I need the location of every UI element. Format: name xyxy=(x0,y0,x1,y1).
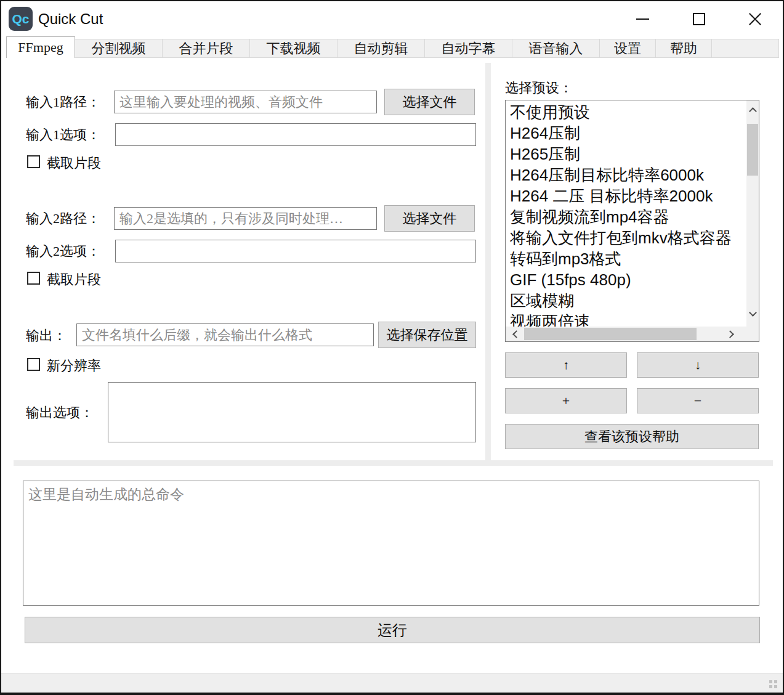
input1-path-label: 输入1路径： xyxy=(26,93,100,112)
window-title: Quick Cut xyxy=(38,1,103,36)
clip1-checkbox-label[interactable]: 截取片段 xyxy=(47,154,101,173)
choose-file2-button[interactable]: 选择文件 xyxy=(384,205,475,232)
input2-options-label: 输入2选项： xyxy=(26,242,100,261)
preset-remove-button[interactable]: − xyxy=(637,388,759,413)
minimize-button[interactable] xyxy=(615,1,671,36)
close-button[interactable] xyxy=(727,1,783,36)
input1-options-label: 输入1选项： xyxy=(26,126,100,144)
scroll-down-button[interactable] xyxy=(746,304,759,323)
preset-item[interactable]: 区域模糊 xyxy=(510,290,746,311)
preset-listbox: 不使用预设 H264压制 H265压制 H264压制目标比特率6000k H26… xyxy=(505,100,759,342)
tab-auto-edit[interactable]: 自动剪辑 xyxy=(337,39,425,58)
preset-item[interactable]: 将输入文件打包到mkv格式容器 xyxy=(510,227,746,248)
maximize-button[interactable] xyxy=(671,1,727,36)
horizontal-scrollbar-thumb[interactable] xyxy=(524,328,697,340)
tab-voice-input[interactable]: 语音输入 xyxy=(512,39,600,58)
preset-item[interactable]: 视频两倍速 xyxy=(510,311,746,327)
tab-bar-filler xyxy=(711,39,779,58)
preset-item[interactable]: 复制视频流到mp4容器 xyxy=(510,206,746,227)
chevron-right-icon xyxy=(726,330,734,338)
tab-merge-clips[interactable]: 合并片段 xyxy=(162,39,250,58)
chevron-down-icon xyxy=(749,309,757,317)
tab-help[interactable]: 帮助 xyxy=(655,39,712,58)
output-options-field[interactable] xyxy=(108,382,476,442)
scroll-left-button[interactable] xyxy=(506,327,524,341)
preset-item[interactable]: H264 二压 目标比特率2000k xyxy=(510,185,746,206)
preset-help-button[interactable]: 查看该预设帮助 xyxy=(505,424,759,449)
output-label: 输出： xyxy=(26,327,67,345)
preset-item[interactable]: GIF (15fps 480p) xyxy=(510,269,746,290)
tab-settings[interactable]: 设置 xyxy=(599,39,656,58)
preset-list-label: 选择预设： xyxy=(505,79,573,97)
preset-move-down-button[interactable]: ↓ xyxy=(637,352,759,378)
app-icon: Qc xyxy=(9,7,33,31)
close-icon xyxy=(748,12,762,26)
preset-items: 不使用预设 H264压制 H265压制 H264压制目标比特率6000k H26… xyxy=(506,100,746,327)
title-bar: Qc Quick Cut xyxy=(1,1,783,36)
app-window: Qc Quick Cut FFmpeg 分割视频 合并片段 下载视频 自动剪辑 … xyxy=(0,0,784,695)
minimize-icon xyxy=(636,18,649,20)
clip2-checkbox-label[interactable]: 截取片段 xyxy=(47,270,101,289)
input2-path-label: 输入2路径： xyxy=(26,209,100,228)
preset-item[interactable]: 转码到mp3格式 xyxy=(510,248,746,269)
generated-command-field[interactable] xyxy=(23,481,759,606)
choose-file1-button[interactable]: 选择文件 xyxy=(384,89,475,115)
clip1-checkbox[interactable] xyxy=(27,155,40,168)
new-resolution-checkbox-label[interactable]: 新分辨率 xyxy=(47,357,101,375)
chevron-up-icon xyxy=(749,107,757,115)
vertical-scrollbar-thumb[interactable] xyxy=(747,124,758,176)
input1-options-field[interactable] xyxy=(115,123,476,146)
output-options-label: 输出选项： xyxy=(26,404,94,422)
input2-path-field[interactable] xyxy=(114,207,377,230)
input1-path-field[interactable] xyxy=(114,91,377,113)
tab-split-video[interactable]: 分割视频 xyxy=(75,39,163,58)
input2-options-field[interactable] xyxy=(115,240,476,262)
window-controls xyxy=(615,1,783,36)
preset-item[interactable]: H264压制 xyxy=(510,123,746,144)
tab-bar: FFmpeg 分割视频 合并片段 下载视频 自动剪辑 自动字幕 语音输入 设置 … xyxy=(6,36,779,58)
preset-item[interactable]: 不使用预设 xyxy=(510,102,746,123)
clip2-checkbox[interactable] xyxy=(27,272,40,285)
chevron-left-icon xyxy=(512,330,520,338)
choose-save-location-button[interactable]: 选择保存位置 xyxy=(378,322,476,348)
maximize-icon xyxy=(693,13,705,25)
preset-add-button[interactable]: + xyxy=(505,388,627,413)
horizontal-scrollbar[interactable] xyxy=(506,327,759,341)
tab-auto-subtitle[interactable]: 自动字幕 xyxy=(424,39,512,58)
status-bar xyxy=(1,673,783,693)
run-button[interactable]: 运行 xyxy=(25,617,760,643)
scroll-up-button[interactable] xyxy=(746,100,759,119)
tab-download-video[interactable]: 下载视频 xyxy=(249,39,337,58)
new-resolution-checkbox[interactable] xyxy=(27,358,40,371)
scroll-right-button[interactable] xyxy=(722,327,740,341)
tab-ffmpeg[interactable]: FFmpeg xyxy=(6,36,75,58)
panel-vertical-separator xyxy=(485,63,491,460)
panel-horizontal-separator xyxy=(14,460,773,466)
preset-move-up-button[interactable]: ↑ xyxy=(505,352,627,378)
preset-item[interactable]: H264压制目标比特率6000k xyxy=(510,165,746,185)
preset-item[interactable]: H265压制 xyxy=(510,144,746,165)
output-field[interactable] xyxy=(76,323,374,346)
resize-grip-icon[interactable] xyxy=(769,680,777,688)
vertical-scrollbar[interactable] xyxy=(746,100,759,327)
